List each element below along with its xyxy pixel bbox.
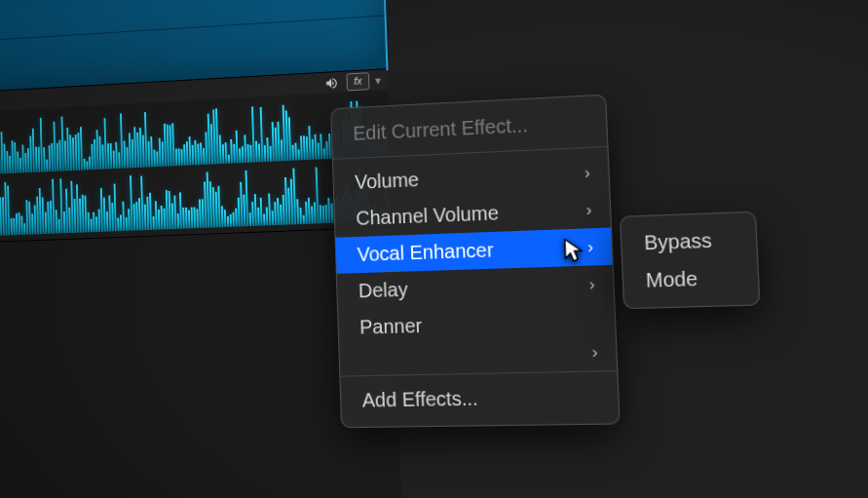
chevron-right-icon: › xyxy=(588,274,595,294)
effects-context-menu: Edit Current Effect... Volume › Channel … xyxy=(330,95,621,429)
speaker-icon[interactable] xyxy=(321,74,341,93)
menu-item-label: Panner xyxy=(359,315,423,339)
menu-item-label: Delay xyxy=(359,279,408,303)
chevron-right-icon: › xyxy=(587,237,594,257)
vocal-enhancer-submenu: Bypass Mode xyxy=(620,211,761,310)
menu-item-label: Add Effects... xyxy=(361,387,478,411)
menu-item-label: Bypass xyxy=(644,229,713,254)
menu-item-label: Volume xyxy=(355,169,420,194)
menu-item-label: Vocal Enhancer xyxy=(357,239,494,266)
menu-item-blank-submenu[interactable]: › xyxy=(339,340,617,370)
menu-item-label: Mode xyxy=(645,267,698,292)
menu-separator xyxy=(340,370,617,377)
menu-edit-current-effect: Edit Current Effect... xyxy=(331,103,607,153)
chevron-right-icon: › xyxy=(585,163,591,183)
submenu-item-bypass[interactable]: Bypass xyxy=(621,220,757,262)
fx-icon[interactable]: fx xyxy=(346,72,369,91)
chevron-right-icon: › xyxy=(585,200,592,220)
submenu-item-mode[interactable]: Mode xyxy=(623,258,759,300)
menu-item-label: Edit Current Effect... xyxy=(353,114,528,145)
menu-item-add-effects[interactable]: Add Effects... xyxy=(341,377,620,419)
menu-item-panner[interactable]: Panner xyxy=(338,302,616,346)
menu-item-label: Channel Volume xyxy=(356,202,499,230)
chevron-right-icon: › xyxy=(591,342,598,363)
track-menu-chevron-icon[interactable]: ▾ xyxy=(375,74,381,88)
